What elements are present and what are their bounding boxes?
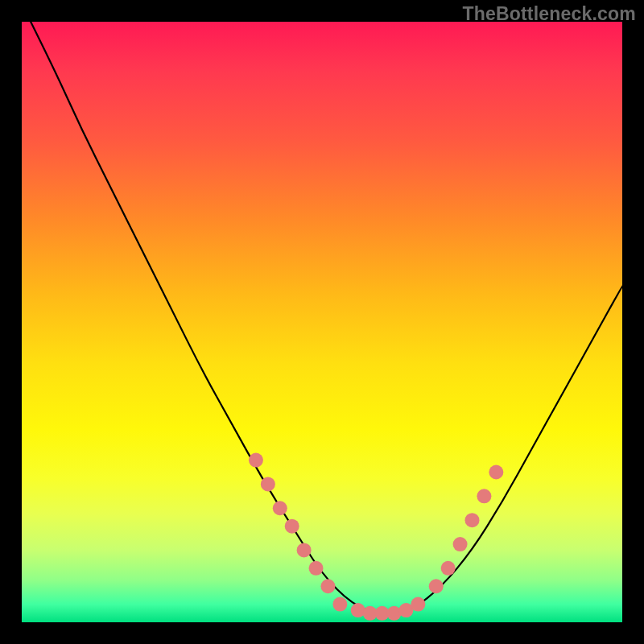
marker-dot bbox=[465, 513, 480, 527]
marker-dot bbox=[261, 477, 275, 491]
marker-dot bbox=[441, 561, 456, 576]
curve-layer bbox=[22, 22, 622, 614]
marker-dot bbox=[309, 561, 324, 576]
marker-dot bbox=[477, 489, 491, 503]
marker-dot bbox=[411, 597, 425, 612]
plot-gradient-area bbox=[22, 22, 622, 622]
bottleneck-curve bbox=[22, 22, 622, 614]
marker-dots-group bbox=[249, 453, 503, 621]
marker-dot bbox=[429, 579, 444, 593]
marker-dot bbox=[273, 501, 287, 515]
watermark-text: TheBottleneck.com bbox=[462, 3, 636, 25]
marker-dot bbox=[320, 579, 335, 593]
marker-dot bbox=[285, 519, 299, 534]
marker-dot bbox=[332, 597, 347, 612]
marker-dot bbox=[297, 543, 312, 557]
marker-dot bbox=[453, 537, 468, 551]
curve-svg bbox=[22, 22, 622, 622]
marker-dot bbox=[489, 465, 503, 480]
marker-dot bbox=[249, 453, 263, 468]
outer-frame: TheBottleneck.com bbox=[0, 0, 644, 644]
